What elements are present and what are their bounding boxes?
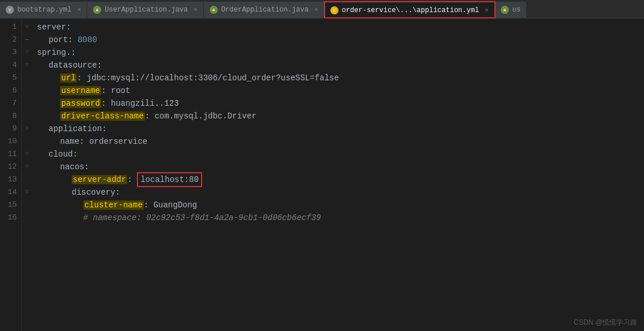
line10-content: name: orderservice xyxy=(37,135,147,148)
code-line-1: server: xyxy=(37,21,644,34)
line13-content: server-addr: localhost:80 xyxy=(37,172,202,187)
gutter: ▽ ─ ▽ ▽ ▽ ▽ ▽ ▽ xyxy=(22,18,32,331)
tab-label-bootstrap: bootstrap.yml xyxy=(17,6,72,14)
tab-icon-bootstrap: Y xyxy=(6,6,14,14)
line-num-11: 11 xyxy=(0,148,21,161)
line11-key: cloud: xyxy=(37,148,77,161)
line-num-5: 5 xyxy=(0,72,21,84)
tab-close-order-service-app[interactable]: × xyxy=(485,7,489,14)
gutter-7 xyxy=(22,97,32,110)
line1-key: server: xyxy=(37,21,71,34)
tab-us[interactable]: ☘ us xyxy=(495,2,527,18)
line-num-14: 14 xyxy=(0,186,21,199)
gutter-1[interactable]: ▽ xyxy=(22,21,32,34)
gutter-12[interactable]: ▽ xyxy=(22,161,32,173)
line6-content: username: root xyxy=(37,84,131,97)
tab-user-app[interactable]: ☘ UserApplication.java × xyxy=(87,2,204,18)
line-num-13: 13 xyxy=(0,173,21,186)
code-line-8: driver-class-name: com.mysql.jdbc.Driver xyxy=(37,110,644,122)
gutter-11[interactable]: ▽ xyxy=(22,148,32,161)
gutter-13 xyxy=(22,173,32,186)
tab-icon-us: ☘ xyxy=(501,6,509,14)
tab-icon-order-service-app: Y xyxy=(330,6,338,14)
line2-content: port: 8080 xyxy=(37,34,97,46)
code-line-7: password: huangzili..123 xyxy=(37,97,644,110)
gutter-6 xyxy=(22,84,32,97)
gutter-9[interactable]: ▽ xyxy=(22,122,32,135)
tab-label-order-app: OrderApplication.java xyxy=(221,6,308,14)
gutter-15 xyxy=(22,199,32,211)
code-line-15: cluster-name: GuangDong xyxy=(37,199,644,211)
gutter-16 xyxy=(22,211,32,224)
editor: 1 2 3 4 5 6 7 8 9 10 11 12 13 14 15 16 ▽… xyxy=(0,18,644,331)
gutter-5 xyxy=(22,72,32,84)
tab-label-order-service-app: order-service\...\application.yml xyxy=(342,6,479,14)
gutter-3[interactable]: ▽ xyxy=(22,46,32,59)
tab-bootstrap[interactable]: Y bootstrap.yml × xyxy=(0,2,87,18)
tab-close-user-app[interactable]: × xyxy=(193,6,198,13)
server-addr-value: localhost:80 xyxy=(137,172,202,187)
tab-icon-user-app: ☘ xyxy=(93,6,101,14)
line-num-7: 7 xyxy=(0,97,21,110)
line-num-3: 3 xyxy=(0,46,21,59)
code-line-10: name: orderservice xyxy=(37,135,644,148)
tab-label-user-app: UserApplication.java xyxy=(105,6,188,14)
line-num-8: 8 xyxy=(0,110,21,122)
gutter-8 xyxy=(22,110,32,122)
line-numbers: 1 2 3 4 5 6 7 8 9 10 11 12 13 14 15 16 xyxy=(0,18,22,331)
code-area: 1 2 3 4 5 6 7 8 9 10 11 12 13 14 15 16 ▽… xyxy=(0,18,644,331)
tab-order-service-app[interactable]: Y order-service\...\application.yml × xyxy=(325,2,495,18)
line4-key: datasource: xyxy=(37,59,102,72)
line8-content: driver-class-name: com.mysql.jdbc.Driver xyxy=(37,110,256,122)
code-line-13: server-addr: localhost:80 xyxy=(37,173,644,186)
line16-comment: # namespace: 02c92c53-f8d1-4a2a-9cb1-0d0… xyxy=(37,211,321,224)
line12-key: nacos: xyxy=(37,161,89,173)
line9-key: application: xyxy=(37,122,107,135)
line5-content: url: jdbc:mysql://localhost:3306/cloud_o… xyxy=(37,72,339,84)
code-line-14: discovery: xyxy=(37,186,644,199)
line7-content: password: huangzili..123 xyxy=(37,97,179,110)
code-line-4: datasource: xyxy=(37,59,644,72)
line-num-12: 12 xyxy=(0,161,21,173)
line-num-9: 9 xyxy=(0,122,21,135)
code-line-9: application: xyxy=(37,122,644,135)
gutter-2[interactable]: ─ xyxy=(22,34,32,46)
line-num-15: 15 xyxy=(0,199,21,211)
code-line-6: username: root xyxy=(37,84,644,97)
tab-label-us: us xyxy=(512,6,520,14)
line-num-6: 6 xyxy=(0,84,21,97)
code-line-16: # namespace: 02c92c53-f8d1-4a2a-9cb1-0d0… xyxy=(37,211,644,224)
line-num-2: 2 xyxy=(0,34,21,46)
tab-close-bootstrap[interactable]: × xyxy=(77,6,81,13)
gutter-14[interactable]: ▽ xyxy=(22,186,32,199)
code-line-5: url: jdbc:mysql://localhost:3306/cloud_o… xyxy=(37,72,644,84)
line3-key: spring.: xyxy=(37,46,76,59)
gutter-4[interactable]: ▽ xyxy=(22,59,32,72)
line14-key: discovery: xyxy=(37,186,120,199)
code-line-2: port: 8080 xyxy=(37,34,644,46)
code-content[interactable]: server: port: 8080 spring.: datasource: … xyxy=(32,18,644,331)
tab-icon-order-app: ☘ xyxy=(210,6,218,14)
watermark: CSDN @慌慌学习路 xyxy=(574,318,637,328)
line-num-16: 16 xyxy=(0,211,21,224)
gutter-10 xyxy=(22,135,32,148)
line-num-1: 1 xyxy=(0,21,21,34)
line-num-4: 4 xyxy=(0,59,21,72)
line15-content: cluster-name: GuangDong xyxy=(37,199,197,211)
tab-bar: Y bootstrap.yml × ☘ UserApplication.java… xyxy=(0,0,644,18)
line-num-10: 10 xyxy=(0,135,21,148)
code-line-3: spring.: xyxy=(37,46,644,59)
tab-close-order-app[interactable]: × xyxy=(314,6,318,13)
code-line-12: nacos: xyxy=(37,161,644,173)
code-line-11: cloud: xyxy=(37,148,644,161)
tab-order-app[interactable]: ☘ OrderApplication.java × xyxy=(204,2,325,18)
